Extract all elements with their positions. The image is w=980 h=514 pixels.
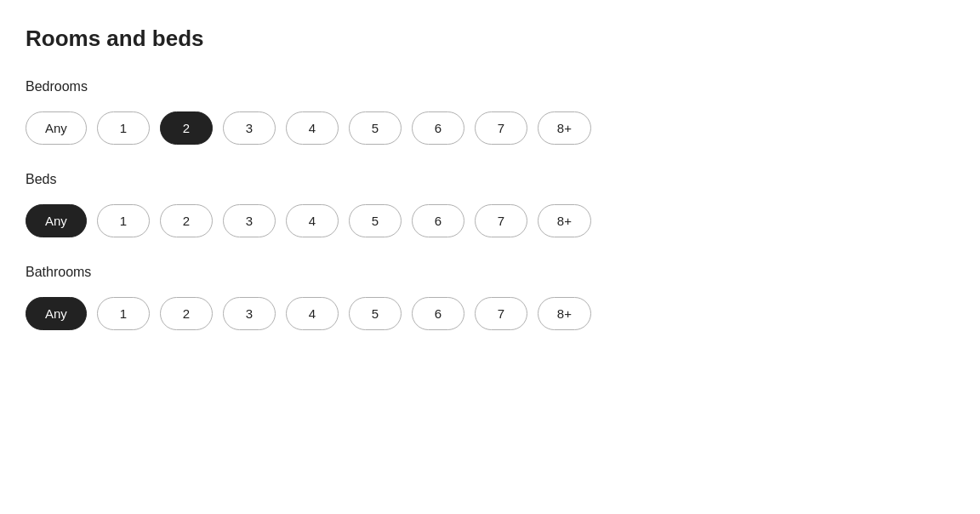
bathrooms-option-4[interactable]: 4 (286, 297, 339, 330)
bedrooms-option-4[interactable]: 4 (286, 111, 339, 145)
beds-option-4[interactable]: 4 (286, 204, 339, 237)
bathrooms-option-Any[interactable]: Any (26, 297, 87, 330)
bedrooms-option-1[interactable]: 1 (97, 111, 150, 145)
beds-option-6[interactable]: 6 (412, 204, 464, 237)
bedrooms-option-Any[interactable]: Any (26, 111, 87, 145)
page-title: Rooms and beds (26, 26, 954, 52)
bathrooms-option-8plus[interactable]: 8+ (538, 297, 591, 330)
bedrooms-option-2[interactable]: 2 (160, 111, 213, 145)
bathrooms-option-5[interactable]: 5 (349, 297, 402, 330)
bathrooms-option-2[interactable]: 2 (160, 297, 213, 330)
bedrooms-option-8plus[interactable]: 8+ (538, 111, 591, 145)
beds-option-Any[interactable]: Any (26, 204, 87, 237)
bathrooms-option-1[interactable]: 1 (97, 297, 150, 330)
beds-option-8plus[interactable]: 8+ (538, 204, 591, 237)
bathrooms-option-6[interactable]: 6 (412, 297, 464, 330)
bedrooms-option-7[interactable]: 7 (475, 111, 527, 145)
bathrooms-option-7[interactable]: 7 (475, 297, 527, 330)
bathrooms-options-row: Any12345678+ (26, 297, 954, 330)
beds-option-1[interactable]: 1 (97, 204, 150, 237)
bedrooms-option-3[interactable]: 3 (223, 111, 276, 145)
bathrooms-label: Bathrooms (26, 265, 954, 280)
bedrooms-label: Bedrooms (26, 79, 954, 94)
beds-option-5[interactable]: 5 (349, 204, 402, 237)
beds-option-3[interactable]: 3 (223, 204, 276, 237)
bedrooms-option-5[interactable]: 5 (349, 111, 402, 145)
beds-option-7[interactable]: 7 (475, 204, 527, 237)
section-beds: BedsAny12345678+ (26, 172, 954, 237)
bedrooms-option-6[interactable]: 6 (412, 111, 464, 145)
beds-option-2[interactable]: 2 (160, 204, 213, 237)
bathrooms-option-3[interactable]: 3 (223, 297, 276, 330)
bedrooms-options-row: Any12345678+ (26, 111, 954, 145)
beds-label: Beds (26, 172, 954, 187)
section-bathrooms: BathroomsAny12345678+ (26, 265, 954, 330)
section-bedrooms: BedroomsAny12345678+ (26, 79, 954, 145)
beds-options-row: Any12345678+ (26, 204, 954, 237)
